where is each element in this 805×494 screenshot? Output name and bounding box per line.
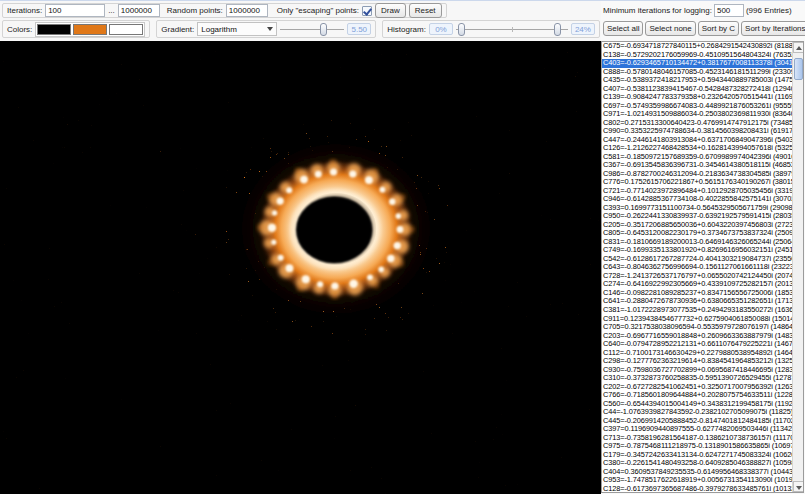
histogram-min-thumb[interactable]	[458, 23, 465, 36]
color-swatches	[35, 22, 145, 37]
histogram-group: Histogram: 0% 24%	[382, 20, 600, 38]
range-separator: ...	[108, 6, 115, 15]
histogram-slider[interactable]	[456, 23, 568, 36]
toolbar-row-colors: Colors: Gradient: Logarithm 5.50	[2, 20, 606, 38]
reset-button[interactable]: Reset	[409, 3, 442, 18]
scrollbar-thumb[interactable]	[794, 58, 803, 80]
gradient-group: Gradient: Logarithm 5.50	[156, 20, 376, 38]
gradient-selected-value: Logarithm	[201, 25, 237, 34]
iterations-max-input[interactable]	[118, 4, 160, 17]
iterations-group: Iterations: ... Random points: Only "esc…	[2, 3, 447, 18]
log-list: C675=-0.6934718727840115+0.2684291542430…	[602, 42, 792, 492]
gradient-slider-track	[280, 29, 344, 30]
random-points-label: Random points:	[167, 6, 223, 15]
gradient-label: Gradient:	[161, 25, 194, 34]
color-swatch-orange[interactable]	[73, 24, 107, 35]
sort-by-iterations-button[interactable]: Sort by Iterations	[741, 21, 805, 36]
toolbar: Iterations: ... Random points: Only "esc…	[0, 1, 601, 41]
draw-button[interactable]: Draw	[375, 3, 406, 18]
histogram-label: Histogram:	[387, 25, 426, 34]
chevron-down-icon	[267, 27, 273, 31]
sort-by-c-button[interactable]: Sort by C	[698, 21, 739, 36]
gradient-select[interactable]: Logarithm	[197, 22, 277, 36]
colors-group: Colors:	[2, 20, 150, 38]
iterations-label: Iterations:	[7, 6, 42, 15]
list-item[interactable]: C128=-0.6173697365687486-0.3979278633485…	[602, 485, 792, 492]
min-iterations-row: Minimum iterations for logging: (996 Ent…	[603, 3, 792, 18]
histogram-max-thumb[interactable]	[554, 23, 561, 36]
gradient-value-box: 5.50	[347, 23, 371, 35]
fractal-app: Iterations: ... Random points: Only "esc…	[0, 0, 805, 494]
histogram-min-box: 0%	[429, 23, 453, 35]
fractal-canvas[interactable]	[0, 41, 601, 494]
gradient-slider[interactable]	[280, 23, 344, 36]
iterations-min-input[interactable]	[45, 4, 105, 17]
scroll-down-button[interactable]	[793, 481, 804, 492]
arrow-down-icon	[796, 486, 802, 490]
select-all-button[interactable]: Select all	[603, 21, 643, 36]
entries-count-label: (996 Entries)	[746, 6, 792, 15]
select-none-button[interactable]: Select none	[645, 21, 695, 36]
list-scrollbar[interactable]	[792, 42, 803, 492]
random-points-input[interactable]	[226, 4, 268, 17]
list-buttons-row: Select all Select none Sort by C Sort by…	[603, 20, 805, 36]
min-iterations-label: Minimum iterations for logging:	[603, 6, 712, 15]
histogram-slider-tick	[512, 27, 513, 32]
logging-panel: Minimum iterations for logging: (996 Ent…	[601, 1, 805, 41]
escaping-points-checkbox[interactable]	[362, 6, 372, 16]
escaping-points-label: Only "escaping" points:	[277, 6, 359, 15]
gradient-slider-thumb[interactable]	[320, 23, 327, 36]
scroll-up-button[interactable]	[793, 42, 804, 53]
histogram-max-box: 24%	[571, 23, 595, 35]
min-iterations-input[interactable]	[714, 4, 744, 17]
fractal-rendering	[0, 41, 601, 494]
log-list-container: C675=-0.6934718727840115+0.2684291542430…	[601, 41, 804, 493]
colors-label: Colors:	[7, 25, 32, 34]
color-swatch-black[interactable]	[37, 24, 71, 35]
toolbar-row-iterations: Iterations: ... Random points: Only "esc…	[2, 3, 453, 18]
arrow-up-icon	[796, 46, 802, 50]
color-swatch-white[interactable]	[109, 24, 143, 35]
